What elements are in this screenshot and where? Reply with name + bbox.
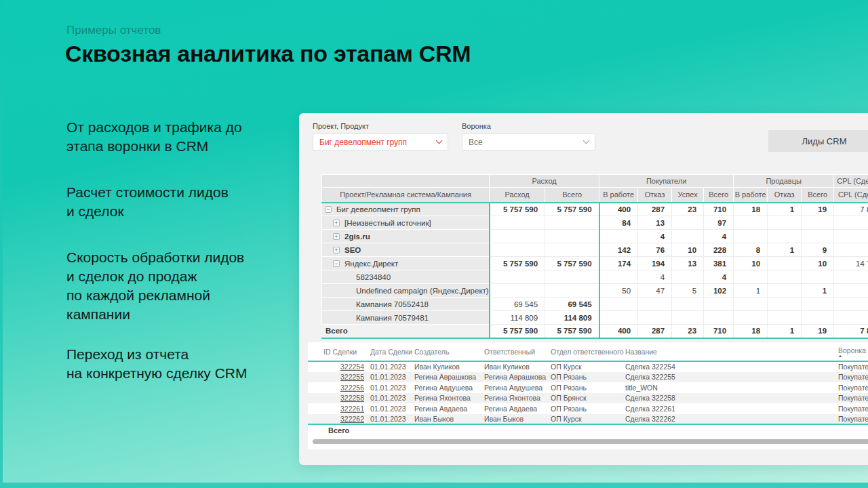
filter-funnel: Воронка Все bbox=[462, 122, 595, 150]
deal-cell: 322255 bbox=[308, 372, 369, 383]
leads-crm-button[interactable]: Лиды CRM bbox=[768, 130, 868, 152]
page-title: Сквозная аналитика по этапам CRM bbox=[65, 41, 471, 67]
deal-cell: Сделка 322258 bbox=[624, 393, 837, 404]
pivot-column-header[interactable]: Отказ bbox=[768, 188, 802, 203]
expand-icon[interactable]: + bbox=[333, 247, 340, 253]
deals-column-header[interactable]: Отдел ответственного bbox=[549, 342, 624, 361]
pivot-row: −Биг девелопмент групп5 757 5905 757 590… bbox=[322, 203, 868, 216]
collapse-icon[interactable]: − bbox=[325, 206, 332, 213]
deal-id-link[interactable]: 322254 bbox=[340, 363, 364, 371]
pivot-cell: 97 bbox=[704, 216, 734, 230]
pivot-row-label[interactable]: Всего bbox=[326, 327, 348, 335]
deal-cell: ОП Рязань bbox=[549, 403, 624, 414]
pivot-row: Кампания 7055241869 54569 545 bbox=[322, 298, 868, 311]
pivot-row-label[interactable]: Кампания 70579481 bbox=[356, 314, 429, 322]
pivot-cell bbox=[490, 243, 545, 257]
deal-cell: title_WON bbox=[624, 382, 837, 393]
deal-cell: Сделка 322254 bbox=[624, 361, 837, 372]
pivot-cell: 13 bbox=[638, 216, 672, 230]
pivot-label-cell: +SEO bbox=[322, 243, 490, 257]
deal-cell: Покупатели bbox=[837, 393, 868, 404]
pivot-cell bbox=[638, 311, 672, 325]
pivot-column-header[interactable]: Расход bbox=[490, 188, 545, 203]
deals-column-header[interactable]: ID Сделки bbox=[308, 342, 369, 361]
deals-column-header[interactable]: Воронка▲ bbox=[837, 342, 868, 361]
deal-row: 32225501.01.2023Регина АврашковаРегина А… bbox=[308, 372, 868, 383]
deal-cell: Регина Яхонтова bbox=[413, 393, 483, 404]
pivot-cell bbox=[768, 230, 802, 243]
pivot-cell bbox=[490, 216, 545, 230]
pivot-cell: 7 898 bbox=[834, 203, 868, 216]
pivot-cell bbox=[545, 284, 599, 298]
pivot-row-label[interactable]: Яндекс.Директ bbox=[344, 260, 398, 268]
deal-cell: 322261 bbox=[308, 403, 369, 414]
pivot-label-cell: Кампания 70552418 bbox=[322, 298, 490, 311]
pivot-column-header[interactable]: Всего bbox=[704, 188, 734, 203]
pivot-cell bbox=[802, 216, 834, 230]
deals-column-header[interactable]: Название bbox=[624, 342, 837, 361]
pivot-cell: 10 bbox=[734, 257, 768, 270]
pivot-cell: 18 bbox=[734, 203, 768, 216]
pivot-cell bbox=[734, 298, 768, 311]
pivot-row-label[interactable]: Undefined campaign (Яндекс.Директ) bbox=[356, 287, 489, 295]
deals-column-header[interactable]: Дата Сделки bbox=[369, 342, 413, 361]
pivot-cell bbox=[734, 270, 768, 284]
pivot-column-header[interactable]: Всего bbox=[802, 188, 834, 203]
pivot-column-header[interactable]: В работе bbox=[734, 188, 768, 203]
deal-cell: 322256 bbox=[308, 382, 369, 393]
pivot-cell bbox=[599, 298, 638, 311]
filter-funnel-value: Все bbox=[469, 138, 483, 147]
collapse-icon[interactable]: − bbox=[333, 260, 340, 267]
pivot-cell bbox=[768, 216, 802, 230]
deal-id-link[interactable]: 322261 bbox=[340, 405, 364, 413]
deals-column-header[interactable]: Создатель bbox=[413, 342, 483, 361]
eyebrow-label: Примеры отчетов bbox=[66, 24, 161, 37]
pivot-cell bbox=[672, 270, 704, 284]
expand-icon[interactable]: + bbox=[333, 233, 340, 240]
pivot-cell bbox=[834, 230, 868, 243]
expand-icon[interactable]: + bbox=[333, 220, 340, 226]
pivot-cell: 194 bbox=[638, 257, 672, 270]
pivot-column-header[interactable]: Успех bbox=[672, 188, 704, 203]
deal-row: 32225401.01.2023Иван КуликовИван Куликов… bbox=[308, 361, 868, 372]
horizontal-scrollbar[interactable] bbox=[313, 439, 868, 444]
deal-cell: Покупатели bbox=[837, 403, 868, 414]
pivot-cell: 7 898 bbox=[834, 325, 868, 338]
deal-cell: Регина Авдушева bbox=[483, 382, 549, 393]
deal-cell: Регина Авдушева bbox=[413, 382, 483, 393]
pivot-cell bbox=[672, 298, 704, 311]
filter-funnel-label: Воронка bbox=[462, 122, 595, 130]
pivot-cell bbox=[734, 311, 768, 325]
deal-id-link[interactable]: 322255 bbox=[340, 373, 364, 381]
filter-funnel-dropdown[interactable]: Все bbox=[462, 134, 595, 150]
feature-text-1: От расходов и трафика до этапа воронки в… bbox=[66, 118, 290, 156]
pivot-label-cell: 58234840 bbox=[322, 270, 490, 284]
pivot-row-label[interactable]: Биг девелопмент групп bbox=[336, 205, 420, 214]
pivot-row-label[interactable]: 58234840 bbox=[356, 273, 391, 281]
pivot-cell: 50 bbox=[599, 284, 638, 298]
pivot-row-label[interactable]: [Неизвестный источник] bbox=[344, 219, 431, 227]
deals-column-header[interactable]: Ответственный bbox=[483, 342, 549, 361]
deal-id-link[interactable]: 322256 bbox=[340, 384, 364, 392]
pivot-row-label[interactable]: 2gis.ru bbox=[344, 232, 370, 241]
pivot-cell bbox=[545, 270, 599, 284]
deal-id-link[interactable]: 322258 bbox=[340, 394, 364, 402]
pivot-cell: 710 bbox=[704, 325, 734, 338]
filter-project-dropdown[interactable]: Биг девелопмент групп bbox=[313, 134, 448, 150]
pivot-group-header: Расход bbox=[490, 175, 599, 188]
pivot-cell: 5 bbox=[672, 284, 704, 298]
deal-cell: Регина Авдаева bbox=[413, 403, 483, 414]
pivot-cell bbox=[802, 230, 834, 243]
pivot-row: Кампания 70579481114 809114 809 bbox=[322, 311, 868, 325]
pivot-column-header[interactable]: Отказ bbox=[638, 188, 672, 203]
pivot-row-label[interactable]: Кампания 70552418 bbox=[356, 300, 429, 308]
pivot-column-header[interactable]: CPL (Сделки bbox=[834, 188, 868, 203]
pivot-column-header[interactable]: В работе bbox=[599, 188, 638, 203]
pivot-row: +[Неизвестный источник]841397 bbox=[322, 216, 868, 230]
pivot-column-header[interactable]: Всего bbox=[545, 188, 599, 203]
pivot-cell: 1 bbox=[768, 325, 802, 338]
pivot-row: Undefined campaign (Яндекс.Директ)504751… bbox=[322, 284, 868, 298]
pivot-label-cell: Всего bbox=[322, 325, 490, 338]
deal-id-link[interactable]: 322262 bbox=[340, 415, 364, 423]
pivot-row-label[interactable]: SEO bbox=[344, 246, 361, 254]
